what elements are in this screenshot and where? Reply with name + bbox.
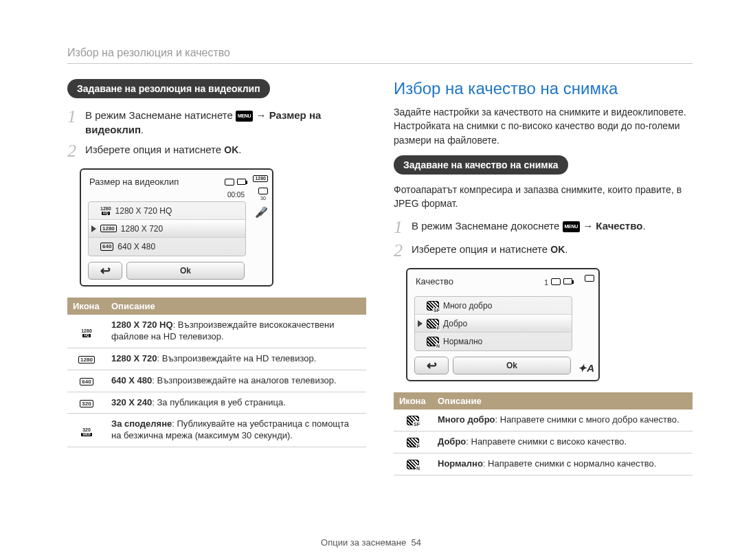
lcd-option-list: SF Много добро F Добро N Н bbox=[414, 296, 572, 351]
page-footer: Опции за заснемане 54 bbox=[0, 537, 742, 548]
lcd-row-label: 1280 X 720 HQ bbox=[115, 206, 172, 216]
side-1280-icon: 1280 bbox=[253, 175, 268, 182]
table-row: 1280 1280 X 720: Възпроизвеждайте на HD … bbox=[67, 348, 366, 370]
side-30fps-icon: 30 bbox=[258, 188, 268, 201]
lcd-row-label: Нормално bbox=[443, 337, 482, 346]
photo-quality-intro: Задайте настройки за качеството на снимк… bbox=[394, 105, 693, 147]
quality-sf-icon: SF bbox=[407, 416, 419, 425]
left-step-2: 2 Изберете опция и натиснете OK. bbox=[67, 142, 366, 160]
photo-quality-table: Икона Описание SF Много добро: Направете… bbox=[394, 392, 693, 475]
quality-n-icon: N bbox=[407, 460, 419, 469]
step-number: 2 bbox=[67, 142, 85, 160]
res-1280-icon: 1280 bbox=[100, 225, 117, 233]
res-1280hq-icon: 1280HQ bbox=[100, 206, 111, 215]
lcd-time: 00:05 bbox=[227, 191, 245, 199]
res-640-icon: 640 bbox=[100, 243, 113, 251]
quality-sf-icon: SF bbox=[427, 301, 439, 311]
lcd-row[interactable]: F Добро bbox=[415, 315, 572, 333]
left-step-1: 1 В режим Заснемане натиснете MENU → Раз… bbox=[67, 108, 366, 137]
step-number: 1 bbox=[394, 219, 412, 236]
table-header-desc: Описание bbox=[106, 298, 366, 315]
lcd-back-button[interactable]: ↩ bbox=[414, 357, 449, 374]
photo-quality-heading: Избор на качество на снимка bbox=[394, 79, 693, 98]
video-resolution-pill: Задаване на резолюция на видеоклип bbox=[67, 79, 270, 98]
ok-icon: OK bbox=[224, 144, 238, 155]
table-row: 640 640 X 480: Възпроизвеждайте на анало… bbox=[67, 370, 366, 392]
left-column: Задаване на резолюция на видеоклип 1 В р… bbox=[67, 79, 366, 475]
mic-off-icon: 🎤̸ bbox=[255, 206, 268, 219]
photo-quality-pill: Задаване на качество на снимка bbox=[394, 155, 568, 175]
card-icon bbox=[225, 179, 234, 186]
table-row: N Нормално: Направете снимки с нормално … bbox=[394, 453, 693, 475]
battery-icon bbox=[237, 179, 246, 188]
table-row: SF Много добро: Направете снимки с много… bbox=[394, 410, 693, 431]
arrow: → bbox=[256, 109, 269, 121]
res-640-icon: 640 bbox=[80, 378, 93, 385]
step1-bold: Качество bbox=[596, 220, 642, 232]
lcd-row-label: Добро bbox=[443, 319, 467, 328]
step1-text-pre: В режим Заснемане докоснете bbox=[412, 220, 563, 232]
lcd-title: Качество bbox=[412, 275, 456, 291]
res-320web-icon: 320WEB bbox=[81, 427, 92, 436]
right-step-2: 2 Изберете опция и натиснете OK. bbox=[394, 242, 693, 260]
lcd-row[interactable]: 640 640 X 480 bbox=[89, 238, 245, 256]
selection-triangle-icon bbox=[91, 225, 96, 232]
card-icon bbox=[551, 278, 561, 285]
lcd-count: 1 bbox=[544, 278, 548, 288]
selection-triangle-icon bbox=[418, 320, 423, 327]
compress-note: Фотоапаратът компресира и запазва снимки… bbox=[394, 183, 693, 211]
arrow: → bbox=[583, 220, 596, 232]
res-1280-icon: 1280 bbox=[78, 356, 95, 363]
res-1280hq-icon: 1280HQ bbox=[81, 328, 92, 337]
quality-n-icon: N bbox=[427, 337, 439, 346]
lcd-back-button[interactable]: ↩ bbox=[88, 262, 122, 280]
lcd-row[interactable]: 1280 1280 X 720 bbox=[89, 220, 245, 238]
breadcrumb: Избор на резолюция и качество bbox=[67, 47, 693, 64]
table-header-icon: Икона bbox=[67, 298, 106, 315]
res-320-icon: 320 bbox=[80, 400, 93, 407]
footer-label: Опции за заснемане bbox=[321, 537, 406, 548]
lcd-row-label: Много добро bbox=[443, 301, 492, 311]
lcd-row[interactable]: SF Много добро bbox=[415, 297, 572, 315]
video-resolution-table: Икона Описание 1280HQ 1280 X 720 HQ: Въз… bbox=[67, 298, 366, 447]
step1-text-pre: В режим Заснемане натиснете bbox=[85, 109, 236, 121]
lcd-ok-button[interactable]: Ok bbox=[453, 357, 571, 374]
right-column: Избор на качество на снимка Задайте наст… bbox=[394, 79, 693, 475]
lcd-ok-button[interactable]: Ok bbox=[126, 262, 245, 280]
lcd-title: Размер на видеоклип bbox=[85, 175, 181, 191]
step2-text-pre: Изберете опция и натиснете bbox=[412, 243, 550, 255]
quality-f-icon: F bbox=[427, 319, 439, 328]
table-header-desc: Описание bbox=[432, 392, 693, 410]
ok-icon: OK bbox=[550, 244, 565, 255]
lcd-option-list: 1280HQ 1280 X 720 HQ 1280 1280 X 720 bbox=[88, 201, 246, 256]
quality-lcd: Качество 1 SF Мно bbox=[406, 268, 600, 381]
table-row: F Добро: Направете снимки с високо качес… bbox=[394, 432, 693, 453]
flash-auto-icon: ✦A bbox=[578, 362, 594, 374]
lcd-row-label: 1280 X 720 bbox=[121, 224, 163, 234]
lcd-row-label: 640 X 480 bbox=[117, 242, 155, 251]
table-row: 320 320 X 240: За публикация в уеб стран… bbox=[67, 392, 366, 414]
step2-text-pre: Изберете опция и натиснете bbox=[85, 144, 224, 155]
side-frame-icon bbox=[585, 275, 594, 282]
step-number: 2 bbox=[394, 242, 412, 260]
table-row: 320WEB За споделяне: Публикувайте на уеб… bbox=[67, 414, 366, 447]
battery-icon bbox=[563, 278, 572, 288]
lcd-row[interactable]: 1280HQ 1280 X 720 HQ bbox=[89, 202, 245, 220]
step-number: 1 bbox=[67, 108, 85, 126]
right-step-1: 1 В режим Заснемане докоснете MENU → Кач… bbox=[394, 219, 693, 236]
table-header-icon: Икона bbox=[394, 392, 432, 410]
footer-page: 54 bbox=[411, 537, 420, 548]
menu-icon: MENU bbox=[236, 111, 253, 122]
menu-icon: MENU bbox=[563, 221, 580, 232]
video-size-lcd: Размер на видеоклип 00:05 bbox=[80, 168, 273, 287]
table-row: 1280HQ 1280 X 720 HQ: Възпроизвеждайте в… bbox=[67, 315, 366, 348]
quality-f-icon: F bbox=[407, 438, 419, 447]
lcd-row[interactable]: N Нормално bbox=[415, 333, 572, 350]
